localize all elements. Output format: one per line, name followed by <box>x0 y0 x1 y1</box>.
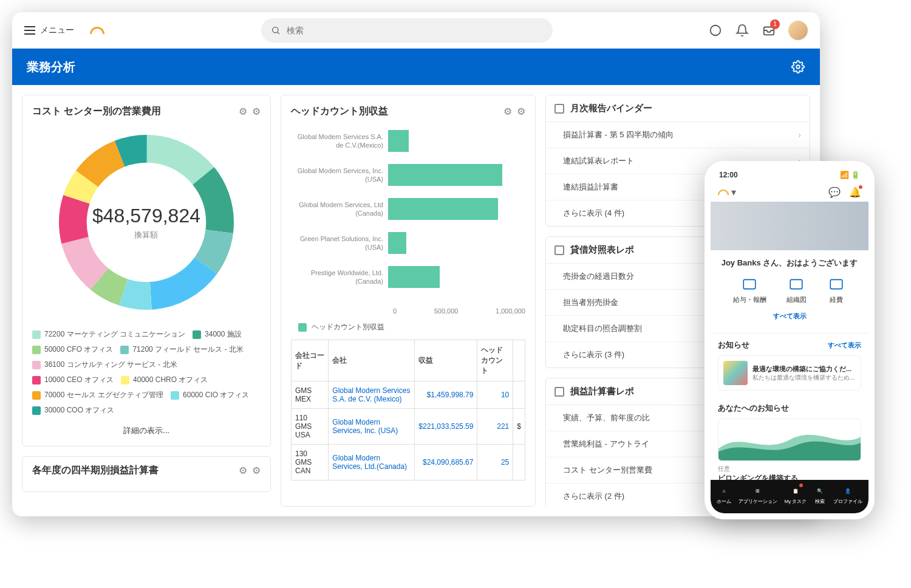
table-header: 会社コード <box>292 340 329 381</box>
legend-item[interactable]: 10000 CEO オフィス <box>32 375 114 385</box>
menu-button[interactable]: メニュー <box>24 25 74 36</box>
legend-item[interactable]: 60000 CIO オフィス <box>171 390 249 400</box>
news-card[interactable]: 最適な環境の構築にご協力くだ... 私たちは最適な環境を構築するため... <box>718 355 861 391</box>
topbar: メニュー 1 <box>12 12 820 49</box>
page-header: 業務分析 <box>12 49 820 85</box>
tab-label: My タスク <box>785 498 807 505</box>
table-header: 収益 <box>415 340 477 381</box>
quick-item[interactable]: 組織図 <box>786 276 807 304</box>
mobile-tab[interactable]: 🔍検索 <box>814 485 826 505</box>
bar-fill[interactable] <box>388 266 440 288</box>
quick-item[interactable]: 給与・報酬 <box>733 276 766 304</box>
bar-legend-swatch <box>298 323 307 332</box>
bar-row: Green Planet Solutions, Inc. (USA) <box>291 232 525 254</box>
svg-rect-16 <box>743 279 756 289</box>
legend-label: 10000 CEO オフィス <box>44 375 114 385</box>
bar-label: Global Modern Services S.A. de C.V.(Mexi… <box>291 132 388 150</box>
legend-item[interactable]: 50000 CFO オフィス <box>32 344 113 355</box>
bar-row: Global Modern Services, Inc. (USA) <box>291 164 525 186</box>
cell-company[interactable]: Global Modern Services S.A. de C.V. (Mex… <box>329 381 415 409</box>
mobile-logo[interactable]: ▾ <box>718 186 736 198</box>
gear-icon[interactable]: ⚙ <box>252 106 261 117</box>
workday-logo[interactable] <box>89 22 106 39</box>
cell-extra: $ <box>513 409 525 445</box>
bar-fill[interactable] <box>388 232 406 254</box>
bar-fill[interactable] <box>388 130 409 152</box>
table-row[interactable]: GMS MEXGlobal Modern Services S.A. de C.… <box>292 381 525 409</box>
chevron-right-icon: › <box>798 130 801 140</box>
mobile-show-all[interactable]: すべて表示 <box>718 307 861 326</box>
chat-icon[interactable] <box>708 23 723 38</box>
legend-item[interactable]: 30000 COO オフィス <box>32 405 114 415</box>
mobile-tab[interactable]: 📋My タスク <box>785 485 807 505</box>
quick-icon <box>786 276 806 293</box>
legend-swatch <box>121 376 129 385</box>
news-section-link[interactable]: すべて表示 <box>828 341 861 350</box>
svg-point-2 <box>711 25 721 35</box>
quick-item[interactable]: 経費 <box>827 276 846 304</box>
tab-icon: ⊞ <box>752 485 764 497</box>
legend-item[interactable]: 72200 マーケティング コミュニケーション <box>32 329 185 340</box>
wave-card[interactable] <box>718 419 861 461</box>
chat-icon[interactable]: 💬 <box>828 186 841 198</box>
sliders-icon[interactable]: ⚙ <box>239 106 247 117</box>
quick-label: 組織図 <box>786 295 807 304</box>
notifications-icon[interactable]: 🔔 <box>849 186 861 198</box>
cell-extra <box>513 445 525 480</box>
tab-label: アプリケーション <box>739 498 777 505</box>
legend-label: 30000 COO オフィス <box>44 405 114 415</box>
legend-swatch <box>120 346 129 354</box>
sliders-icon[interactable]: ⚙ <box>503 106 512 117</box>
legend-item[interactable]: 36100 コンサルティング サービス - 北米 <box>32 360 177 370</box>
inbox-icon[interactable]: 1 <box>762 23 776 38</box>
legend-item[interactable]: 71200 フィールド セールス - 北米 <box>120 344 244 355</box>
donut-card: コスト センター別の営業費用 ⚙ ⚙ <box>22 95 271 446</box>
bar-fill[interactable] <box>388 198 498 220</box>
mobile-statusbar: 12:00 📶 🔋 <box>711 167 868 183</box>
legend-label: 50000 CFO オフィス <box>44 344 113 355</box>
sliders-icon[interactable]: ⚙ <box>239 465 247 476</box>
tab-label: プロファイル <box>833 498 862 505</box>
bar-row: Prestige Worldwide, Ltd.(Canada) <box>291 266 525 288</box>
svg-rect-18 <box>831 279 843 289</box>
mobile-tab[interactable]: 👤プロファイル <box>833 485 862 505</box>
legend-label: 71200 フィールド セールス - 北米 <box>132 344 244 355</box>
tab-icon: 👤 <box>842 485 854 497</box>
quarterly-title: 各年度の四半期別損益計算書 <box>32 464 159 477</box>
settings-icon[interactable] <box>791 60 805 74</box>
legend-label: 72200 マーケティング コミュニケーション <box>44 329 185 340</box>
gear-icon[interactable]: ⚙ <box>517 106 525 117</box>
bar-row: Global Modern Services, Ltd (Canada) <box>291 198 525 220</box>
legend-item[interactable]: 40000 CHRO オフィス <box>121 375 208 385</box>
search-icon <box>271 26 281 35</box>
quick-label: 経費 <box>830 295 843 304</box>
panel-item[interactable]: 損益計算書 - 第 5 四半期の傾向› <box>546 122 810 148</box>
legend-swatch <box>32 330 41 339</box>
personal-section-title: あなたへのお知らせ <box>718 403 789 414</box>
report-icon <box>554 387 564 397</box>
cell-company[interactable]: Global Modern Services, Inc. (USA) <box>329 409 415 445</box>
cell-company[interactable]: Global Modern Services, Ltd.(Canada) <box>329 445 415 480</box>
table-row[interactable]: 110 GMS USAGlobal Modern Services, Inc. … <box>292 409 525 445</box>
notifications-icon[interactable] <box>735 23 749 38</box>
bar-fill[interactable] <box>388 164 502 186</box>
mobile-greeting: Joy Banks さん、おはようございます <box>718 258 861 268</box>
mobile-time: 12:00 <box>719 171 738 179</box>
bar-label: Global Modern Services, Ltd (Canada) <box>291 200 388 218</box>
mobile-tab[interactable]: ⌂ホーム <box>717 485 731 505</box>
mobile-tab[interactable]: ⊞アプリケーション <box>739 485 777 505</box>
detail-link[interactable]: 詳細の表示... <box>32 425 261 436</box>
legend-item[interactable]: 70000 セールス エグゼクティブ管理 <box>32 390 163 400</box>
search-input[interactable] <box>287 26 543 35</box>
svg-point-0 <box>273 27 278 32</box>
menu-label: メニュー <box>40 25 74 36</box>
user-avatar[interactable] <box>788 21 808 40</box>
gear-icon[interactable]: ⚙ <box>252 465 261 476</box>
news-thumbnail <box>723 361 748 385</box>
search-bar[interactable] <box>261 18 553 43</box>
donut-card-title: コスト センター別の営業費用 <box>32 105 161 118</box>
legend-label: 34000 施設 <box>205 329 242 340</box>
report-icon <box>554 245 564 255</box>
legend-item[interactable]: 34000 施設 <box>193 329 242 340</box>
table-row[interactable]: 130 GMS CANGlobal Modern Services, Ltd.(… <box>292 445 525 480</box>
